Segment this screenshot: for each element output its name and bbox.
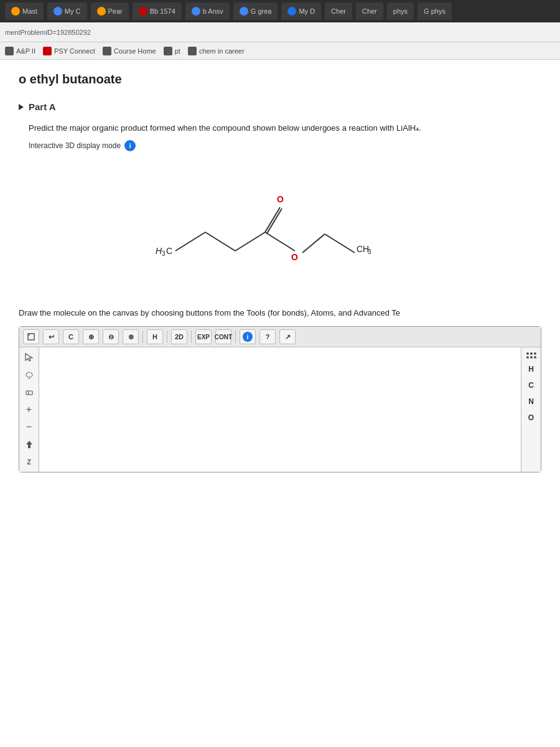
svg-text:C: C xyxy=(166,246,172,256)
tab-phys[interactable]: phys xyxy=(387,2,414,20)
canvas-area: ↩ C ⊕ ⊖ ⊗ H 2D EXP CONT i ? ↗ xyxy=(19,326,541,472)
toolbar-sep-3 xyxy=(191,331,192,343)
toolbar-sep-4 xyxy=(235,331,236,343)
toolbar-new-btn[interactable] xyxy=(23,329,39,344)
element-C-btn[interactable]: C xyxy=(526,380,536,391)
toolbar-info-btn[interactable]: i xyxy=(240,329,256,344)
question-text: Predict the major organic product formed… xyxy=(29,122,541,135)
remove-tool-btn[interactable]: − xyxy=(22,420,37,435)
toolbar-h-btn[interactable]: H xyxy=(147,329,163,344)
element-H-btn[interactable]: H xyxy=(526,364,536,375)
svg-point-18 xyxy=(26,372,32,377)
tab-cher2[interactable]: Cher xyxy=(356,2,383,20)
toolbar-zoom-in-btn[interactable]: ⊕ xyxy=(83,329,99,344)
tab-myc[interactable]: My C xyxy=(47,2,87,20)
svg-text:3: 3 xyxy=(368,248,371,255)
svg-text:3: 3 xyxy=(162,250,166,257)
grid-icon xyxy=(526,350,536,359)
tab-ansv[interactable]: b Ansv xyxy=(185,2,230,20)
toolbar-redo-btn[interactable]: C xyxy=(63,329,79,344)
tab-grea[interactable]: G grea xyxy=(233,2,278,20)
canvas-toolbar: ↩ C ⊕ ⊖ ⊗ H 2D EXP CONT i ? ↗ xyxy=(19,327,541,347)
page-title: o ethyl butanoate xyxy=(19,72,541,87)
address-bar-row: mentProblemID=192850292 xyxy=(0,22,560,42)
tab-pear[interactable]: Pear xyxy=(91,2,129,20)
bookmark-apii[interactable]: A&P II xyxy=(5,47,35,55)
add-tool-btn[interactable]: + xyxy=(22,402,37,417)
tab-cher1[interactable]: Cher xyxy=(325,2,352,20)
tab-bb[interactable]: Bb 1574 xyxy=(133,2,182,20)
selection-tool-btn[interactable] xyxy=(22,350,37,365)
toolbar-sep-2 xyxy=(167,331,167,343)
element-O-btn[interactable]: O xyxy=(526,412,536,423)
draw-instruction: Draw the molecule on the canvas by choos… xyxy=(19,307,541,319)
svg-line-11 xyxy=(302,234,325,253)
toolbar-undo-btn[interactable]: ↩ xyxy=(43,329,59,344)
toolbar-sep-1 xyxy=(142,331,143,343)
toolbar-cont-btn[interactable]: CONT xyxy=(215,329,231,344)
canvas-draw-area[interactable] xyxy=(39,347,521,472)
canvas-right-tools: H C N O xyxy=(521,347,541,472)
bookmarks-bar: A&P II PSY Connect Course Home pt chem i… xyxy=(0,42,560,60)
part-a-header: Part A xyxy=(19,101,541,112)
toolbar-clear-btn[interactable]: ⊗ xyxy=(123,329,139,344)
svg-line-12 xyxy=(325,234,355,253)
browser-tab-bar: Mast My C Pear Bb 1574 b Ansv G grea My … xyxy=(0,0,560,22)
info-icon[interactable]: i xyxy=(124,140,136,151)
bookmark-chem[interactable]: chem in career xyxy=(188,47,245,55)
display-mode-row: Interactive 3D display mode i xyxy=(29,140,541,151)
canvas-left-tools: + − Z xyxy=(19,347,39,472)
svg-rect-20 xyxy=(26,391,32,395)
canvas-body: + − Z xyxy=(19,347,541,472)
tab-gphys[interactable]: G phys xyxy=(418,2,452,20)
tab-mast[interactable]: Mast xyxy=(5,2,44,20)
bookmark-pt[interactable]: pt xyxy=(164,47,180,55)
svg-line-7 xyxy=(267,209,282,233)
main-content: o ethyl butanoate Part A Predict the maj… xyxy=(0,60,560,747)
molecule-svg: H 3 C O O CH 3 xyxy=(131,164,429,288)
element-N-btn[interactable]: N xyxy=(526,396,536,407)
lasso-tool-btn[interactable] xyxy=(22,367,37,382)
bookmark-course-home[interactable]: Course Home xyxy=(103,47,156,55)
svg-marker-22 xyxy=(26,441,32,448)
svg-line-5 xyxy=(235,232,265,251)
molecule-diagram: H 3 C O O CH 3 xyxy=(19,164,541,288)
problem-id-url: mentProblemID=192850292 xyxy=(5,29,91,36)
collapse-icon[interactable] xyxy=(19,104,24,110)
svg-line-4 xyxy=(205,232,235,251)
svg-line-9 xyxy=(265,232,295,251)
svg-line-3 xyxy=(175,232,205,251)
svg-text:O: O xyxy=(277,194,284,204)
toolbar-help-btn[interactable]: ? xyxy=(259,329,276,344)
toolbar-2d-btn[interactable]: 2D xyxy=(171,329,187,344)
tab-myd[interactable]: My D xyxy=(281,2,321,20)
svg-text:O: O xyxy=(291,252,298,262)
toolbar-expand-btn[interactable]: ↗ xyxy=(279,329,296,344)
svg-marker-17 xyxy=(26,354,32,361)
toolbar-zoom-out-btn[interactable]: ⊖ xyxy=(103,329,119,344)
toolbar-exp-btn[interactable]: EXP xyxy=(195,329,212,344)
arrow-tool-btn[interactable] xyxy=(22,437,37,452)
eraser-tool-btn[interactable] xyxy=(22,385,37,400)
z-tool-btn[interactable]: Z xyxy=(22,454,37,469)
svg-line-6 xyxy=(265,207,280,232)
bookmark-psy[interactable]: PSY Connect xyxy=(43,47,95,55)
